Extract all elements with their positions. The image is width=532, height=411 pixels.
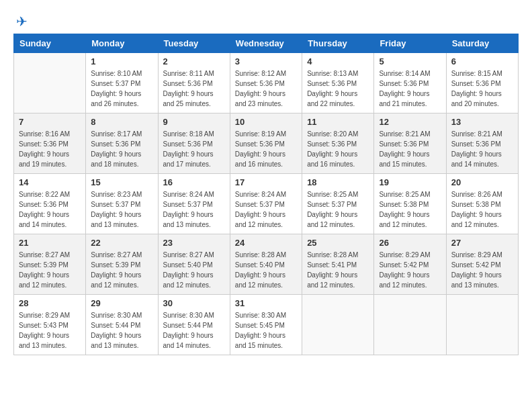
day-number: 27 <box>451 238 513 248</box>
day-info: Sunrise: 8:29 AMSunset: 5:42 PMDaylight:… <box>379 251 430 289</box>
calendar-cell: 12 Sunrise: 8:21 AMSunset: 5:36 PMDaylig… <box>374 113 446 174</box>
day-number: 23 <box>163 238 225 248</box>
day-number: 8 <box>91 117 152 127</box>
calendar-cell: 19 Sunrise: 8:25 AMSunset: 5:38 PMDaylig… <box>374 174 446 234</box>
day-number: 7 <box>19 117 81 127</box>
day-info: Sunrise: 8:28 AMSunset: 5:41 PMDaylight:… <box>307 251 358 289</box>
calendar-cell <box>374 295 446 355</box>
calendar-cell: 3 Sunrise: 8:12 AMSunset: 5:36 PMDayligh… <box>230 53 302 113</box>
day-info: Sunrise: 8:22 AMSunset: 5:36 PMDaylight:… <box>19 191 70 228</box>
calendar-cell: 2 Sunrise: 8:11 AMSunset: 5:36 PMDayligh… <box>158 53 230 113</box>
day-number: 22 <box>91 238 152 248</box>
header-thursday: Thursday <box>302 34 374 53</box>
calendar-cell <box>302 295 374 355</box>
calendar-table: Sunday Monday Tuesday Wednesday Thursday… <box>13 34 519 355</box>
day-info: Sunrise: 8:18 AMSunset: 5:36 PMDaylight:… <box>163 130 214 168</box>
day-number: 26 <box>379 238 441 248</box>
day-number: 20 <box>451 177 513 187</box>
day-number: 30 <box>163 298 225 308</box>
calendar-cell: 14 Sunrise: 8:22 AMSunset: 5:36 PMDaylig… <box>14 174 86 234</box>
day-info: Sunrise: 8:25 AMSunset: 5:37 PMDaylight:… <box>307 191 358 228</box>
day-info: Sunrise: 8:10 AMSunset: 5:37 PMDaylight:… <box>91 70 142 107</box>
calendar-cell: 9 Sunrise: 8:18 AMSunset: 5:36 PMDayligh… <box>158 113 230 174</box>
calendar-week-3: 14 Sunrise: 8:22 AMSunset: 5:36 PMDaylig… <box>14 174 519 234</box>
header-wednesday: Wednesday <box>230 34 302 53</box>
calendar-week-5: 28 Sunrise: 8:29 AMSunset: 5:43 PMDaylig… <box>14 295 519 355</box>
calendar-cell: 21 Sunrise: 8:27 AMSunset: 5:39 PMDaylig… <box>14 234 86 295</box>
logo-bird-icon: ✈ <box>16 13 28 30</box>
day-number: 10 <box>235 117 297 127</box>
day-info: Sunrise: 8:12 AMSunset: 5:36 PMDaylight:… <box>235 70 286 107</box>
calendar-cell: 5 Sunrise: 8:14 AMSunset: 5:36 PMDayligh… <box>374 53 446 113</box>
calendar-week-4: 21 Sunrise: 8:27 AMSunset: 5:39 PMDaylig… <box>14 234 519 295</box>
day-info: Sunrise: 8:27 AMSunset: 5:39 PMDaylight:… <box>91 251 142 289</box>
day-number: 24 <box>235 238 297 248</box>
page-header: ✈ <box>13 13 519 27</box>
day-number: 17 <box>235 177 297 187</box>
day-number: 29 <box>91 298 152 308</box>
logo: ✈ <box>13 13 28 27</box>
day-number: 19 <box>379 177 441 187</box>
day-info: Sunrise: 8:16 AMSunset: 5:36 PMDaylight:… <box>19 130 70 168</box>
day-info: Sunrise: 8:17 AMSunset: 5:36 PMDaylight:… <box>91 130 142 168</box>
calendar-cell: 18 Sunrise: 8:25 AMSunset: 5:37 PMDaylig… <box>302 174 374 234</box>
calendar-week-1: 1 Sunrise: 8:10 AMSunset: 5:37 PMDayligh… <box>14 53 519 113</box>
day-info: Sunrise: 8:28 AMSunset: 5:40 PMDaylight:… <box>235 251 286 289</box>
day-info: Sunrise: 8:27 AMSunset: 5:39 PMDaylight:… <box>19 251 70 289</box>
day-info: Sunrise: 8:15 AMSunset: 5:36 PMDaylight:… <box>451 70 502 107</box>
day-number: 14 <box>19 177 81 187</box>
day-number: 16 <box>163 177 225 187</box>
calendar-cell <box>14 53 86 113</box>
day-info: Sunrise: 8:25 AMSunset: 5:38 PMDaylight:… <box>379 191 430 228</box>
calendar-cell: 6 Sunrise: 8:15 AMSunset: 5:36 PMDayligh… <box>446 53 518 113</box>
header-saturday: Saturday <box>446 34 518 53</box>
calendar-cell: 28 Sunrise: 8:29 AMSunset: 5:43 PMDaylig… <box>14 295 86 355</box>
day-number: 3 <box>235 56 297 66</box>
day-number: 31 <box>235 298 297 308</box>
day-info: Sunrise: 8:29 AMSunset: 5:42 PMDaylight:… <box>451 251 502 289</box>
day-info: Sunrise: 8:14 AMSunset: 5:36 PMDaylight:… <box>379 70 430 107</box>
day-number: 11 <box>307 117 369 127</box>
day-number: 28 <box>19 298 81 308</box>
calendar-cell: 23 Sunrise: 8:27 AMSunset: 5:40 PMDaylig… <box>158 234 230 295</box>
day-info: Sunrise: 8:20 AMSunset: 5:36 PMDaylight:… <box>307 130 358 168</box>
calendar-cell: 16 Sunrise: 8:24 AMSunset: 5:37 PMDaylig… <box>158 174 230 234</box>
calendar-header-row: Sunday Monday Tuesday Wednesday Thursday… <box>14 34 519 53</box>
day-info: Sunrise: 8:21 AMSunset: 5:36 PMDaylight:… <box>379 130 430 168</box>
calendar-cell: 26 Sunrise: 8:29 AMSunset: 5:42 PMDaylig… <box>374 234 446 295</box>
calendar-cell: 8 Sunrise: 8:17 AMSunset: 5:36 PMDayligh… <box>86 113 158 174</box>
day-info: Sunrise: 8:13 AMSunset: 5:36 PMDaylight:… <box>307 70 358 107</box>
calendar-cell: 27 Sunrise: 8:29 AMSunset: 5:42 PMDaylig… <box>446 234 518 295</box>
calendar-cell: 7 Sunrise: 8:16 AMSunset: 5:36 PMDayligh… <box>14 113 86 174</box>
day-info: Sunrise: 8:24 AMSunset: 5:37 PMDaylight:… <box>163 191 214 228</box>
header-tuesday: Tuesday <box>158 34 230 53</box>
day-number: 1 <box>91 56 152 66</box>
day-info: Sunrise: 8:26 AMSunset: 5:38 PMDaylight:… <box>451 191 502 228</box>
calendar-cell: 11 Sunrise: 8:20 AMSunset: 5:36 PMDaylig… <box>302 113 374 174</box>
day-number: 13 <box>451 117 513 127</box>
day-info: Sunrise: 8:21 AMSunset: 5:36 PMDaylight:… <box>451 130 502 168</box>
day-info: Sunrise: 8:30 AMSunset: 5:44 PMDaylight:… <box>163 312 214 349</box>
calendar-cell: 30 Sunrise: 8:30 AMSunset: 5:44 PMDaylig… <box>158 295 230 355</box>
day-number: 5 <box>379 56 441 66</box>
day-number: 2 <box>163 56 225 66</box>
calendar-cell: 25 Sunrise: 8:28 AMSunset: 5:41 PMDaylig… <box>302 234 374 295</box>
calendar-cell: 22 Sunrise: 8:27 AMSunset: 5:39 PMDaylig… <box>86 234 158 295</box>
calendar-cell: 29 Sunrise: 8:30 AMSunset: 5:44 PMDaylig… <box>86 295 158 355</box>
day-info: Sunrise: 8:27 AMSunset: 5:40 PMDaylight:… <box>163 251 214 289</box>
day-number: 21 <box>19 238 81 248</box>
header-sunday: Sunday <box>14 34 86 53</box>
calendar-cell: 31 Sunrise: 8:30 AMSunset: 5:45 PMDaylig… <box>230 295 302 355</box>
calendar-cell: 24 Sunrise: 8:28 AMSunset: 5:40 PMDaylig… <box>230 234 302 295</box>
day-number: 18 <box>307 177 369 187</box>
day-info: Sunrise: 8:23 AMSunset: 5:37 PMDaylight:… <box>91 191 142 228</box>
day-info: Sunrise: 8:29 AMSunset: 5:43 PMDaylight:… <box>19 312 70 349</box>
day-number: 15 <box>91 177 152 187</box>
day-info: Sunrise: 8:30 AMSunset: 5:45 PMDaylight:… <box>235 312 286 349</box>
calendar-cell <box>446 295 518 355</box>
day-number: 12 <box>379 117 441 127</box>
calendar-week-2: 7 Sunrise: 8:16 AMSunset: 5:36 PMDayligh… <box>14 113 519 174</box>
header-monday: Monday <box>86 34 158 53</box>
calendar-cell: 20 Sunrise: 8:26 AMSunset: 5:38 PMDaylig… <box>446 174 518 234</box>
day-number: 4 <box>307 56 369 66</box>
